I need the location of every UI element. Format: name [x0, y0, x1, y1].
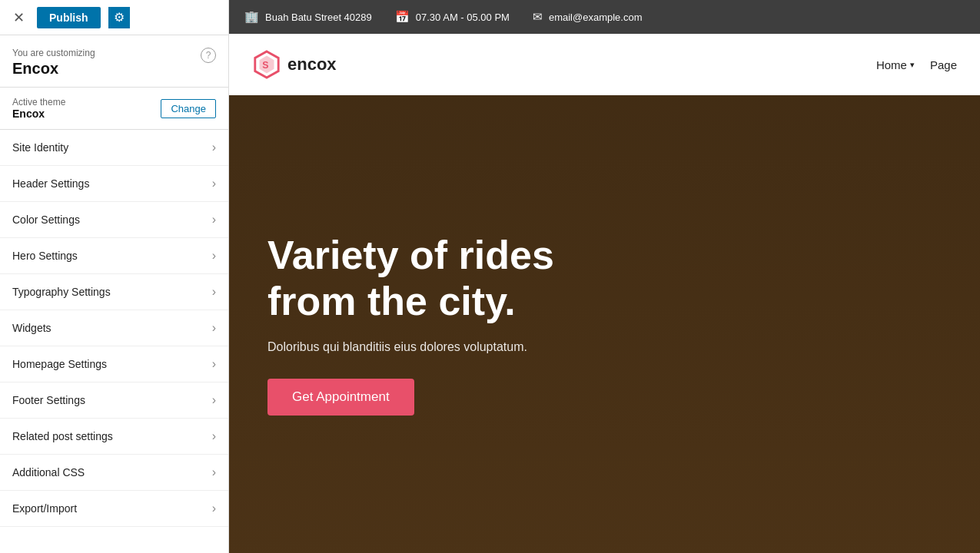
help-button[interactable]: ?	[201, 48, 216, 63]
chevron-right-icon: ›	[212, 357, 216, 371]
customizing-label: You are customizing	[12, 48, 95, 58]
menu-label-color-settings: Color Settings	[12, 214, 80, 226]
chevron-right-icon: ›	[212, 393, 216, 407]
close-icon: ✕	[13, 9, 25, 26]
hero-subtitle: Doloribus qui blanditiis eius dolores vo…	[267, 340, 527, 354]
preview-panel: 🏢 Buah Batu Street 40289 📅 07.30 AM - 05…	[229, 0, 980, 553]
preview-topbar: 🏢 Buah Batu Street 40289 📅 07.30 AM - 05…	[229, 0, 980, 34]
menu-label-site-identity: Site Identity	[12, 141, 68, 154]
site-navigation: Home ▾ Page	[876, 58, 957, 71]
nav-home-label: Home	[876, 58, 907, 71]
menu-list: Site Identity›Header Settings›Color Sett…	[0, 130, 228, 527]
menu-label-footer-settings: Footer Settings	[12, 394, 85, 406]
chevron-right-icon: ›	[212, 141, 216, 154]
time-item: 📅 07.30 AM - 05.00 PM	[395, 10, 510, 24]
menu-label-widgets: Widgets	[12, 322, 51, 334]
menu-item-footer-settings[interactable]: Footer Settings›	[0, 382, 228, 419]
menu-item-header-settings[interactable]: Header Settings›	[0, 166, 228, 202]
logo-icon: S	[252, 50, 281, 79]
chevron-right-icon: ›	[212, 465, 216, 479]
chevron-right-icon: ›	[212, 177, 216, 190]
menu-label-header-settings: Header Settings	[12, 177, 89, 190]
site-header: S encox Home ▾ Page	[229, 34, 980, 95]
chevron-right-icon: ›	[212, 249, 216, 263]
chevron-right-icon: ›	[212, 213, 216, 227]
nav-item-home[interactable]: Home ▾	[876, 58, 915, 71]
hero-cta-button[interactable]: Get Appointment	[267, 379, 414, 416]
change-theme-button[interactable]: Change	[161, 99, 216, 118]
address-item: 🏢 Buah Batu Street 40289	[244, 10, 372, 24]
email-text: email@example.com	[549, 12, 643, 23]
svg-text:S: S	[262, 60, 268, 71]
time-text: 07.30 AM - 05.00 PM	[416, 12, 510, 23]
question-icon: ?	[206, 50, 211, 61]
menu-item-typography-settings[interactable]: Typography Settings›	[0, 274, 228, 310]
settings-button[interactable]: ⚙	[108, 7, 130, 28]
hero-section: Variety of rides from the city. Doloribu…	[229, 95, 980, 553]
menu-label-export-import: Export/Import	[12, 502, 77, 515]
menu-label-additional-css: Additional CSS	[12, 466, 85, 478]
hero-title: Variety of rides from the city.	[267, 233, 652, 325]
menu-item-additional-css[interactable]: Additional CSS›	[0, 455, 228, 491]
menu-label-typography-settings: Typography Settings	[12, 286, 111, 298]
menu-label-hero-settings: Hero Settings	[12, 250, 78, 262]
nav-page-label: Page	[930, 58, 957, 71]
calendar-icon: 📅	[395, 10, 410, 24]
chevron-right-icon: ›	[212, 429, 216, 443]
address-text: Buah Batu Street 40289	[265, 12, 372, 23]
chevron-right-icon: ›	[212, 502, 216, 515]
site-logo: S encox	[252, 50, 337, 79]
menu-item-export-import[interactable]: Export/Import›	[0, 491, 228, 527]
customizing-title: Encox	[12, 60, 95, 78]
chevron-right-icon: ›	[212, 285, 216, 299]
menu-item-color-settings[interactable]: Color Settings›	[0, 202, 228, 238]
menu-item-widgets[interactable]: Widgets›	[0, 310, 228, 346]
menu-item-site-identity[interactable]: Site Identity›	[0, 130, 228, 166]
active-theme-label: Active theme	[12, 97, 65, 108]
menu-label-related-post-settings: Related post settings	[12, 430, 113, 442]
active-theme-name: Encox	[12, 108, 65, 120]
logo-text: encox	[287, 55, 337, 75]
customizing-section: You are customizing Encox ?	[0, 35, 228, 88]
menu-item-hero-settings[interactable]: Hero Settings›	[0, 238, 228, 274]
building-icon: 🏢	[244, 10, 259, 24]
chevron-right-icon: ›	[212, 321, 216, 335]
chevron-down-icon: ▾	[910, 60, 915, 70]
nav-item-page[interactable]: Page	[930, 58, 957, 71]
customizer-panel: ✕ Publish ⚙ You are customizing Encox ? …	[0, 0, 229, 553]
email-item: ✉ email@example.com	[533, 10, 643, 24]
menu-label-homepage-settings: Homepage Settings	[12, 358, 107, 370]
customizer-topbar: ✕ Publish ⚙	[0, 0, 228, 35]
menu-item-homepage-settings[interactable]: Homepage Settings›	[0, 346, 228, 382]
active-theme-section: Active theme Encox Change	[0, 88, 228, 130]
mail-icon: ✉	[533, 10, 543, 24]
gear-icon: ⚙	[114, 10, 125, 25]
menu-item-related-post-settings[interactable]: Related post settings›	[0, 419, 228, 455]
publish-button[interactable]: Publish	[37, 7, 101, 28]
close-button[interactable]: ✕	[8, 7, 29, 28]
